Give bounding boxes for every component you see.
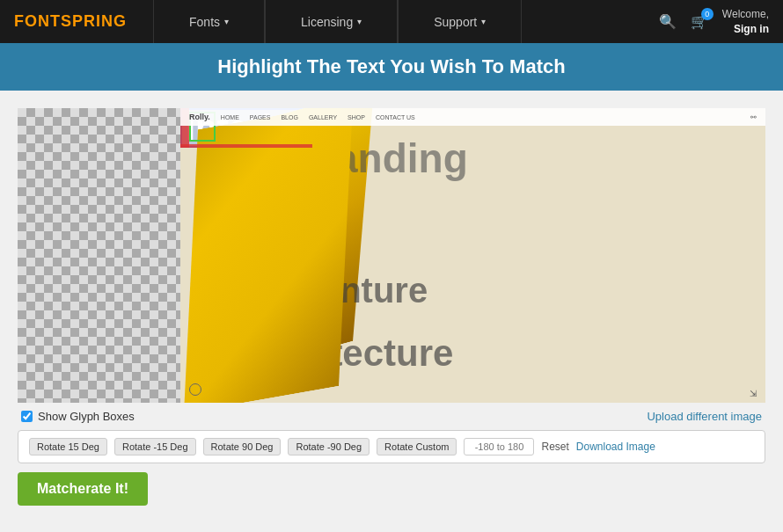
show-glyph-section: Show Glyph Boxes [21,410,135,423]
page-title: Highlight The Text You Wish To Match [0,55,783,78]
sign-in-link[interactable]: Sign in [722,22,769,37]
upload-different-image-link[interactable]: Upload different image [647,410,762,423]
rotate-neg90-button[interactable]: Rotate -90 Deg [288,438,370,455]
logo-spring: SPRING [61,12,127,30]
cart-wrap[interactable]: 🛒 0 [691,13,708,30]
reset-button[interactable]: Reset [541,441,568,453]
preview-nav-shop: SHOP [348,114,365,120]
rotate-90-button[interactable]: Rotate 90 Deg [203,438,282,455]
preview-logo: Rolly. [189,113,210,121]
preview-nav-home: HOME [221,114,239,120]
preview-navbar: Rolly. HOME PAGES BLOG GALLERY SHOP CONT… [180,108,765,126]
preview-nav-blog: BLOG [281,114,297,120]
rotate-custom-button[interactable]: Rotate Custom [377,438,457,455]
controls-bar: Show Glyph Boxes Upload different image [18,403,765,430]
download-image-link[interactable]: Download Image [576,441,655,453]
show-glyph-label: Show Glyph Boxes [38,410,135,423]
matcherate-button[interactable]: Matcherate It! [18,472,148,506]
nav-licensing[interactable]: Licensing ▾ [265,0,398,43]
support-arrow-icon: ▾ [481,17,486,26]
navbar: FONTSPRING Fonts ▾ Licensing ▾ Support ▾… [0,0,783,43]
logo-font: FONT [14,12,61,30]
show-glyph-checkbox[interactable] [21,411,33,422]
fonts-arrow-icon: ▾ [224,17,229,26]
preview-scroll-icon [189,383,201,396]
preview-nav-contact: CONTACT US [376,114,415,120]
logo[interactable]: FONTSPRING [14,12,127,31]
preview-nav-icon: ⚯ [750,113,757,121]
search-icon[interactable]: 🔍 [659,13,677,30]
rotate-neg15-button[interactable]: Rotate -15 Deg [114,438,196,455]
nav-right: 🔍 🛒 0 Welcome, Sign in [659,7,769,37]
nav-fonts[interactable]: Fonts ▾ [153,0,265,43]
nav-support[interactable]: Support ▾ [398,0,522,43]
cart-badge: 0 [701,8,713,20]
image-area: Rolly. HOME PAGES BLOG GALLERY SHOP CONT… [18,108,765,403]
rotate-15-button[interactable]: Rotate 15 Deg [29,438,107,455]
rotate-bar: Rotate 15 Deg Rotate -15 Deg Rotate 90 D… [18,430,765,463]
preview-nav-gallery: GALLERY [309,114,337,120]
main-content: Rolly. HOME PAGES BLOG GALLERY SHOP CONT… [0,91,783,514]
preview-expand-icon: ⇲ [750,389,757,398]
site-preview: Rolly. HOME PAGES BLOG GALLERY SHOP CONT… [180,108,765,403]
red-bottom-indicator [180,144,312,148]
rotate-custom-input[interactable] [464,438,534,455]
preview-nav-pages: PAGES [250,114,271,120]
nav-items: Fonts ▾ Licensing ▾ Support ▾ [153,0,659,43]
nav-welcome[interactable]: Welcome, Sign in [722,7,769,37]
blue-header-bar: Highlight The Text You Wish To Match [0,43,783,91]
licensing-arrow-icon: ▾ [357,17,362,26]
